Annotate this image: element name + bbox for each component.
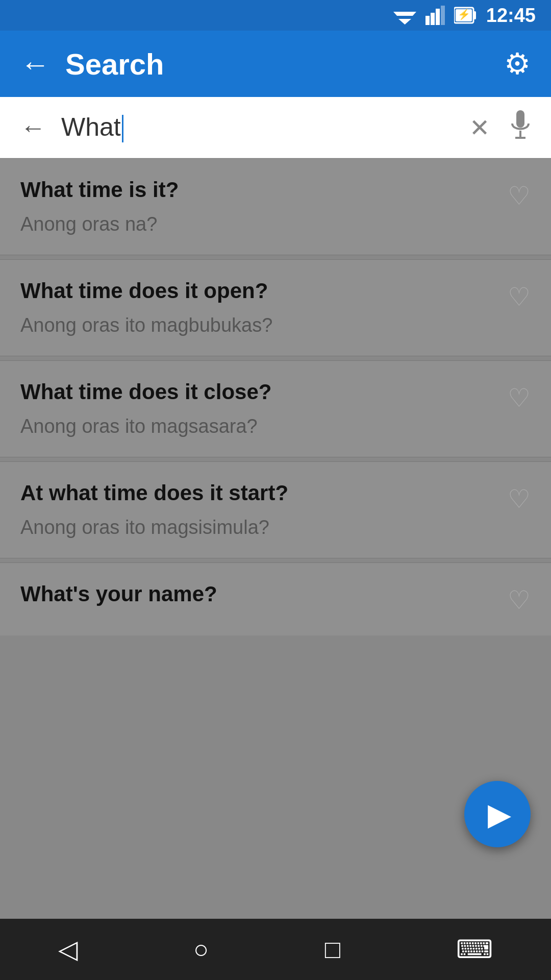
mic-icon[interactable] — [505, 105, 536, 150]
status-icons: ⚡ 12:45 — [393, 5, 536, 27]
result-phrase-3: At what time does it start? — [20, 480, 497, 506]
status-bar: ⚡ 12:45 — [0, 0, 551, 31]
play-fab[interactable]: ▶ — [464, 781, 531, 847]
result-translation-1: Anong oras ito magbubukas? — [20, 314, 497, 337]
result-phrase-4: What's your name? — [20, 581, 497, 607]
svg-rect-5 — [436, 9, 440, 25]
result-phrase-1: What time does it open? — [20, 278, 497, 304]
search-back-button[interactable]: ← — [15, 108, 51, 148]
favorite-button-3[interactable]: ♡ — [508, 484, 531, 514]
wifi-icon — [393, 7, 416, 24]
svg-rect-3 — [425, 16, 430, 25]
main-content: What time is it? Anong oras na? ♡ What t… — [0, 158, 551, 919]
result-translation-0: Anong oras na? — [20, 213, 497, 236]
svg-text:⚡: ⚡ — [457, 8, 470, 20]
nav-home-button[interactable]: ○ — [183, 924, 219, 974]
svg-rect-11 — [516, 110, 524, 128]
clear-search-button[interactable]: ✕ — [464, 108, 495, 147]
result-card-content-4: What's your name? — [20, 581, 497, 617]
nav-recents-button[interactable]: □ — [315, 924, 350, 974]
result-card-1[interactable]: What time does it open? Anong oras ito m… — [0, 259, 551, 356]
nav-keyboard-button[interactable]: ⌨ — [446, 924, 503, 974]
favorite-button-1[interactable]: ♡ — [508, 282, 531, 312]
settings-icon[interactable]: ⚙ — [504, 46, 531, 81]
result-card-content-2: What time does it close? Anong oras ito … — [20, 379, 497, 438]
result-card-content-3: At what time does it start? Anong oras i… — [20, 480, 497, 540]
battery-icon: ⚡ — [454, 6, 477, 25]
result-card-0[interactable]: What time is it? Anong oras na? ♡ — [0, 158, 551, 255]
result-card-content-1: What time does it open? Anong oras ito m… — [20, 278, 497, 337]
page-title: Search — [65, 47, 164, 81]
nav-bar: ◁ ○ □ ⌨ — [0, 919, 551, 980]
play-icon: ▶ — [488, 796, 511, 832]
result-translation-3: Anong oras ito magsisimula? — [20, 516, 497, 540]
result-card-3[interactable]: At what time does it start? Anong oras i… — [0, 461, 551, 558]
result-card-content-0: What time is it? Anong oras na? — [20, 177, 497, 236]
svg-marker-2 — [398, 19, 411, 24]
result-phrase-2: What time does it close? — [20, 379, 497, 405]
result-card-2[interactable]: What time does it close? Anong oras ito … — [0, 360, 551, 457]
result-card-4[interactable]: What's your name? ♡ — [0, 562, 551, 635]
status-time: 12:45 — [486, 5, 536, 27]
signal-icon — [425, 6, 445, 25]
app-bar: ← Search ⚙ — [0, 31, 551, 97]
svg-rect-8 — [473, 11, 476, 19]
favorite-button-2[interactable]: ♡ — [508, 383, 531, 413]
app-back-button[interactable]: ← — [20, 47, 50, 81]
favorite-button-4[interactable]: ♡ — [508, 585, 531, 615]
search-bar: ← What ✕ — [0, 97, 551, 158]
cursor — [122, 115, 123, 142]
search-input-text: What — [61, 112, 123, 143]
svg-rect-4 — [431, 13, 435, 25]
svg-rect-6 — [441, 6, 445, 25]
result-phrase-0: What time is it? — [20, 177, 497, 203]
app-bar-left: ← Search — [20, 47, 164, 81]
favorite-button-0[interactable]: ♡ — [508, 181, 531, 211]
nav-back-button[interactable]: ◁ — [48, 924, 88, 974]
result-translation-2: Anong oras ito magsasara? — [20, 415, 497, 438]
search-input-wrapper: What — [61, 112, 454, 143]
